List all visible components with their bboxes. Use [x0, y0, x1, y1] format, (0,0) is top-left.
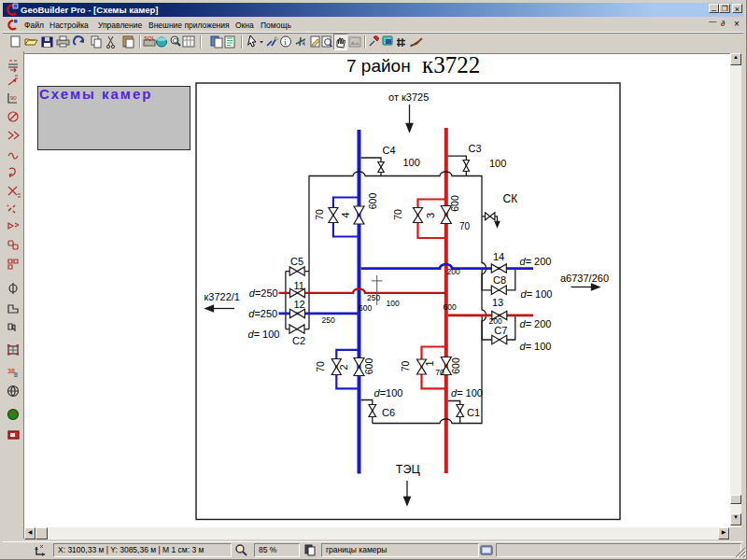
svg-text:С4: С4: [383, 145, 396, 156]
svg-text:С2: С2: [292, 335, 305, 346]
svg-text:13: 13: [492, 297, 503, 308]
svg-text:d= 200: d= 200: [520, 318, 552, 329]
svg-text:d=100: d=100: [374, 387, 403, 399]
svg-text:от к3725: от к3725: [388, 91, 429, 103]
svg-text:70: 70: [392, 209, 403, 220]
svg-text:70: 70: [314, 209, 325, 220]
svg-text:70: 70: [315, 361, 326, 372]
svg-text:С8: С8: [493, 274, 506, 286]
svg-text:2: 2: [338, 364, 349, 370]
svg-text:d= 100: d= 100: [248, 329, 280, 340]
svg-text:12: 12: [294, 299, 305, 310]
svg-text:а6737/260: а6737/260: [560, 273, 609, 284]
svg-text:7 район: 7 район: [346, 56, 411, 76]
svg-text:d=250: d=250: [248, 308, 277, 319]
svg-text:600: 600: [363, 358, 374, 375]
svg-text:250: 250: [322, 315, 335, 325]
svg-text:СК: СК: [503, 192, 518, 205]
svg-text:С1: С1: [467, 407, 480, 418]
svg-text:100: 100: [403, 157, 420, 168]
svg-text:3: 3: [425, 213, 436, 218]
svg-text:d= 100: d= 100: [451, 387, 483, 399]
svg-text:70: 70: [459, 221, 471, 231]
svg-text:11: 11: [294, 280, 304, 291]
svg-text:100: 100: [387, 299, 400, 308]
svg-text:70: 70: [400, 361, 411, 372]
svg-text:d=250: d=250: [249, 287, 278, 299]
svg-text:600: 600: [449, 195, 460, 212]
svg-text:70: 70: [435, 368, 444, 377]
svg-text:4: 4: [340, 212, 351, 217]
svg-text:d= 100: d= 100: [521, 288, 553, 300]
svg-text:С3: С3: [469, 143, 482, 154]
svg-text:С7: С7: [494, 325, 507, 336]
svg-text:1: 1: [424, 360, 435, 366]
svg-text:С6: С6: [382, 407, 395, 418]
svg-text:250: 250: [367, 293, 380, 302]
svg-text:d= 200: d= 200: [520, 256, 552, 267]
svg-text:к3722: к3722: [422, 52, 480, 77]
svg-text:600: 600: [450, 357, 461, 374]
svg-text:600: 600: [359, 303, 372, 313]
svg-text:200: 200: [447, 267, 460, 276]
svg-text:600: 600: [444, 302, 457, 312]
svg-text:14: 14: [493, 251, 504, 262]
svg-text:к3722/1: к3722/1: [204, 291, 240, 302]
svg-text:200: 200: [489, 316, 502, 326]
svg-text:100: 100: [489, 158, 506, 169]
svg-text:ТЭЦ: ТЭЦ: [396, 463, 421, 476]
svg-text:600: 600: [367, 193, 378, 210]
svg-text:d= 100: d= 100: [520, 341, 552, 352]
svg-text:С5: С5: [290, 256, 303, 267]
